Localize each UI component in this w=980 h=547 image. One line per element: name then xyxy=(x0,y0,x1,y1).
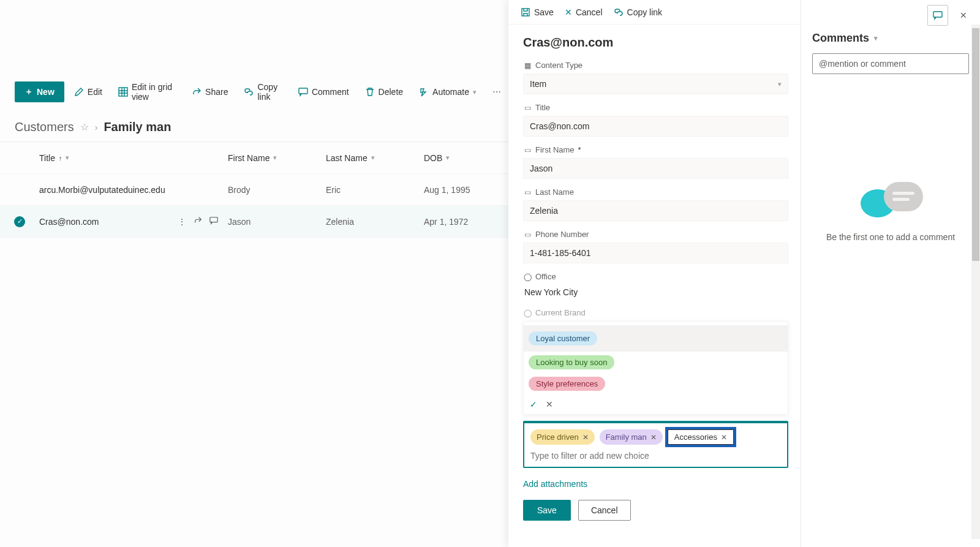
chevron-down-icon: ▾ xyxy=(473,88,477,96)
chevron-down-icon: ▾ xyxy=(273,154,277,162)
panel-save-button[interactable]: Save xyxy=(521,7,554,17)
comments-empty-illustration xyxy=(857,178,924,221)
tag-option-style[interactable]: Style preferences xyxy=(529,377,605,391)
row-last: Zelenia xyxy=(326,217,424,227)
row-more-icon[interactable]: ⋮ xyxy=(178,217,186,227)
row-last: Eric xyxy=(326,185,424,195)
edit-grid-label: Edit in grid view xyxy=(132,82,176,102)
share-icon xyxy=(192,87,202,97)
lastname-input[interactable]: Zelenia xyxy=(523,200,788,221)
edit-button[interactable]: Edit xyxy=(68,82,108,102)
automate-button[interactable]: Automate ▾ xyxy=(413,82,483,102)
chevron-right-icon: › xyxy=(95,123,98,132)
flow-icon xyxy=(419,87,429,97)
row-first: Brody xyxy=(228,185,326,195)
text-icon: ▭ xyxy=(523,104,532,112)
panel-cancel-button[interactable]: ✕ Cancel xyxy=(565,7,603,17)
edit-label: Edit xyxy=(88,87,102,97)
share-button[interactable]: Share xyxy=(186,82,234,102)
chevron-down-icon: ▾ xyxy=(778,80,782,88)
row-title[interactable]: arcu.Morbi@vulputateduinec.edu xyxy=(39,185,165,195)
breadcrumb-current: Family man xyxy=(104,120,171,134)
panel-cancel-label: Cancel xyxy=(576,7,603,17)
grid-icon xyxy=(118,87,128,97)
field-label-office: Office xyxy=(535,272,556,281)
tag-options-popup: Loyal customer Looking to buy soon Style… xyxy=(523,321,788,415)
table-row[interactable]: ✓ Cras@non.com ⋮ Jason Zelenia xyxy=(0,206,522,238)
col-first-name[interactable]: First Name ▾ xyxy=(228,153,326,163)
panel-title: Cras@non.com xyxy=(523,36,788,50)
chevron-down-icon[interactable]: ▾ xyxy=(874,34,878,42)
tag-pill-price[interactable]: Price driven ✕ xyxy=(530,429,595,445)
command-bar: ＋ New Edit Edit in grid view Share xyxy=(0,76,522,108)
chevron-down-icon: ▾ xyxy=(371,154,375,162)
comments-heading: Comments ▾ xyxy=(812,32,969,45)
office-value[interactable]: New York City xyxy=(523,285,788,300)
tag-pill-family[interactable]: Family man ✕ xyxy=(600,429,663,445)
form-cancel-button[interactable]: Cancel xyxy=(578,500,631,521)
comment-input[interactable]: @mention or comment xyxy=(812,53,969,74)
choice-icon: ◯ xyxy=(523,273,532,281)
row-dob: Apr 1, 1972 xyxy=(424,217,522,227)
sort-asc-icon: ↑ xyxy=(59,154,62,162)
close-panel-button[interactable]: ✕ xyxy=(953,5,974,26)
firstname-input[interactable]: Jason xyxy=(523,158,788,179)
panel-save-label: Save xyxy=(534,7,554,17)
tag-filter-input[interactable] xyxy=(530,451,781,461)
panel-copylink-button[interactable]: Copy link xyxy=(614,7,663,17)
breadcrumb-root[interactable]: Customers xyxy=(15,120,74,134)
comments-empty-text: Be the first one to add a comment xyxy=(812,232,969,242)
delete-label: Delete xyxy=(379,87,403,97)
more-actions-button[interactable]: ⋯ xyxy=(486,82,507,102)
pencil-icon xyxy=(74,87,84,97)
remove-tag-icon[interactable]: ✕ xyxy=(721,433,727,442)
add-attachments-link[interactable]: Add attachments xyxy=(523,479,788,489)
confirm-tags-button[interactable]: ✓ xyxy=(530,399,537,409)
field-label-lastname: Last Name xyxy=(535,187,574,197)
col-dob[interactable]: DOB ▾ xyxy=(424,153,522,163)
table-row[interactable]: arcu.Morbi@vulputateduinec.edu Brody Eri… xyxy=(0,174,522,206)
panel-copylink-label: Copy link xyxy=(627,7,663,17)
tag-pill-accessories[interactable]: Accessories ✕ xyxy=(668,429,734,445)
save-icon xyxy=(521,7,530,17)
plus-icon: ＋ xyxy=(24,86,33,97)
toggle-comments-button[interactable] xyxy=(927,5,948,26)
field-label-title: Title xyxy=(535,103,550,112)
col-last-name[interactable]: Last Name ▾ xyxy=(326,153,424,163)
copylink-label: Copy link xyxy=(257,82,282,102)
content-type-select[interactable]: Item ▾ xyxy=(523,74,788,94)
comment-icon[interactable] xyxy=(209,216,218,227)
svg-rect-3 xyxy=(522,9,529,16)
remove-tag-icon[interactable]: ✕ xyxy=(650,433,657,442)
row-first: Jason xyxy=(228,217,326,227)
tags-input[interactable]: Price driven ✕ Family man ✕ Accessories … xyxy=(523,421,788,468)
field-label-contenttype: Content Type xyxy=(535,61,582,70)
field-label-phone: Phone Number xyxy=(535,230,589,239)
choice-icon: ◯ xyxy=(523,309,532,317)
edit-grid-button[interactable]: Edit in grid view xyxy=(112,77,182,107)
title-input[interactable]: Cras@non.com xyxy=(523,116,788,137)
star-icon[interactable]: ☆ xyxy=(80,121,89,133)
text-icon: ▭ xyxy=(523,230,532,239)
new-button[interactable]: ＋ New xyxy=(15,81,64,102)
selected-check-icon[interactable]: ✓ xyxy=(14,216,25,227)
delete-button[interactable]: Delete xyxy=(359,82,409,102)
cancel-tags-button[interactable]: ✕ xyxy=(546,399,553,409)
text-icon: ▭ xyxy=(523,188,532,197)
row-title[interactable]: Cras@non.com xyxy=(39,217,99,227)
col-title[interactable]: Title ↑ ▾ xyxy=(39,153,228,163)
link-icon xyxy=(614,7,624,17)
required-marker: * xyxy=(578,145,581,154)
svg-rect-0 xyxy=(119,88,127,96)
remove-tag-icon[interactable]: ✕ xyxy=(582,433,589,442)
text-icon: ▭ xyxy=(523,146,532,154)
field-label-currentbrand: Current Brand xyxy=(535,308,586,317)
tag-option-buysoon[interactable]: Looking to buy soon xyxy=(529,355,614,369)
copylink-button[interactable]: Copy link xyxy=(238,77,288,107)
form-save-button[interactable]: Save xyxy=(523,500,571,521)
close-icon: ✕ xyxy=(565,7,572,17)
share-icon[interactable] xyxy=(194,216,202,227)
tag-option-loyal[interactable]: Loyal customer xyxy=(529,331,597,345)
comment-button[interactable]: Comment xyxy=(292,82,355,102)
phone-input[interactable]: 1-481-185-6401 xyxy=(523,243,788,263)
